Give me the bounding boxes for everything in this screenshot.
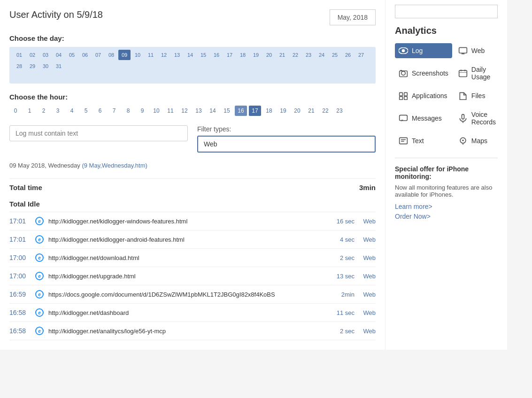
log-text-filter[interactable] [9,125,188,141]
day-cell-18[interactable]: 18 [237,50,249,60]
hour-cell-12[interactable]: 12 [178,106,191,116]
svg-point-1 [402,49,405,53]
page-title: User Activity on 5/9/18 [9,9,376,20]
hour-cell-11[interactable]: 11 [164,106,177,116]
hour-cell-15[interactable]: 15 [221,106,233,116]
day-cell-21[interactable]: 21 [276,50,288,60]
hour-cell-6[interactable]: 6 [94,106,106,116]
search-input[interactable] [395,5,498,18]
svg-rect-13 [404,92,408,96]
date-info: 09 May 2018, Wednesday (9 May,Wednesday.… [9,162,376,169]
day-cell-04[interactable]: 04 [53,50,65,60]
day-cell-05[interactable]: 05 [66,50,78,60]
log-type[interactable]: Web [359,291,376,298]
day-cell-30[interactable]: 30 [39,61,52,71]
sidebar-item-messages[interactable]: Messages [395,108,452,129]
day-cell-08[interactable]: 08 [105,50,117,60]
hour-cell-4[interactable]: 4 [66,106,78,116]
log-row: 16:58 e http://kidlogger.net/dashboard 1… [9,304,376,322]
log-url[interactable]: http://kidlogger.net/dashboard [48,309,326,316]
hour-cell-9[interactable]: 9 [136,106,148,116]
log-type[interactable]: Web [359,328,376,335]
day-cell-17[interactable]: 17 [224,50,236,60]
hour-cell-10[interactable]: 10 [150,106,162,116]
hour-cell-18[interactable]: 18 [263,106,275,116]
hour-selector: 01234567891011121314151617181920212223 [9,106,376,116]
hour-cell-14[interactable]: 14 [207,106,219,116]
nav-item-label: Applications [412,92,447,100]
hour-cell-13[interactable]: 13 [193,106,205,116]
day-cell-27[interactable]: 27 [355,50,367,60]
sidebar-item-voice-records[interactable]: Voice Records [455,108,500,129]
svg-rect-6 [400,71,408,77]
hour-cell-22[interactable]: 22 [319,106,332,116]
day-cell-14[interactable]: 14 [184,50,196,60]
day-cell-09[interactable]: 09 [118,50,131,60]
hour-cell-21[interactable]: 21 [305,106,317,116]
day-cell-03[interactable]: 03 [39,50,52,60]
sidebar-item-applications[interactable]: Applications [395,88,452,103]
log-url[interactable]: http://kidlogger.net/kidlogger-android-f… [48,236,326,243]
day-cell-02[interactable]: 02 [26,50,39,60]
hour-cell-8[interactable]: 8 [122,106,134,116]
sidebar-item-log[interactable]: Log [395,43,452,58]
day-cell-15[interactable]: 15 [197,50,209,60]
sidebar-item-web[interactable]: Web [455,43,500,58]
hour-selector-label: Choose the hour: [9,93,376,101]
day-cell-26[interactable]: 26 [342,50,354,60]
sidebar-item-files[interactable]: Files [455,88,500,103]
log-url[interactable]: http://kidlogger.net/analitycs/log/e56-y… [48,328,326,335]
hour-cell-17[interactable]: 17 [249,106,261,116]
hour-cell-5[interactable]: 5 [80,106,92,116]
day-cell-28[interactable]: 28 [13,61,25,71]
sidebar-item-daily-usage[interactable]: Daily Usage [455,63,500,84]
log-duration: 16 sec [331,218,355,225]
day-cell-06[interactable]: 06 [79,50,91,60]
log-type[interactable]: Web [359,236,376,243]
hour-cell-3[interactable]: 3 [52,106,64,116]
day-cell-12[interactable]: 12 [158,50,170,60]
day-cell-24[interactable]: 24 [316,50,328,60]
log-url[interactable]: http://kidlogger.net/kidlogger-windows-f… [48,218,326,225]
hour-cell-0[interactable]: 0 [9,106,22,116]
totals-row: Total time 3min [9,178,376,196]
nav-item-label: Maps [471,137,487,145]
hour-cell-1[interactable]: 1 [23,106,36,116]
hour-cell-23[interactable]: 23 [333,106,346,116]
learn-more-link[interactable]: Learn more> [395,203,498,210]
day-cell-07[interactable]: 07 [92,50,104,60]
log-type[interactable]: Web [359,309,376,316]
day-cell-31[interactable]: 31 [53,61,65,71]
day-cell-23[interactable]: 23 [302,50,315,60]
day-cell-25[interactable]: 25 [329,50,341,60]
sidebar-item-maps[interactable]: Maps [455,133,500,148]
log-type[interactable]: Web [359,218,376,225]
order-now-link[interactable]: Order Now> [395,213,498,220]
day-cell-10[interactable]: 10 [131,50,144,60]
day-cell-16[interactable]: 16 [210,50,223,60]
hour-cell-16[interactable]: 16 [235,106,247,116]
day-cell-11[interactable]: 11 [145,50,157,60]
log-url[interactable]: https://docs.google.com/document/d/1D6ZS… [48,291,326,298]
hour-cell-19[interactable]: 19 [277,106,289,116]
log-type[interactable]: Web [359,273,376,280]
sidebar-item-screenshots[interactable]: Screenshots [395,63,452,84]
sidebar-item-text[interactable]: Text [395,133,452,148]
day-cell-13[interactable]: 13 [171,50,183,60]
hour-cell-7[interactable]: 7 [108,106,120,116]
day-cell-20[interactable]: 20 [263,50,275,60]
log-url[interactable]: http://kidlogger.net/upgrade.html [48,273,326,280]
file-icon [458,91,468,100]
day-cell-22[interactable]: 22 [289,50,301,60]
log-time: 16:59 [9,291,31,298]
month-button[interactable]: May, 2018 [330,9,376,25]
hour-cell-2[interactable]: 2 [38,106,50,116]
hour-cell-20[interactable]: 20 [291,106,303,116]
day-cell-01[interactable]: 01 [13,50,25,60]
day-cell-19[interactable]: 19 [250,50,262,60]
log-type[interactable]: Web [359,254,376,261]
filter-type-input[interactable] [197,136,376,153]
day-cell-29[interactable]: 29 [26,61,39,71]
log-url[interactable]: http://kidlogger.net/download.html [48,254,326,261]
date-link[interactable]: (9 May,Wednesday.htm) [82,162,147,169]
